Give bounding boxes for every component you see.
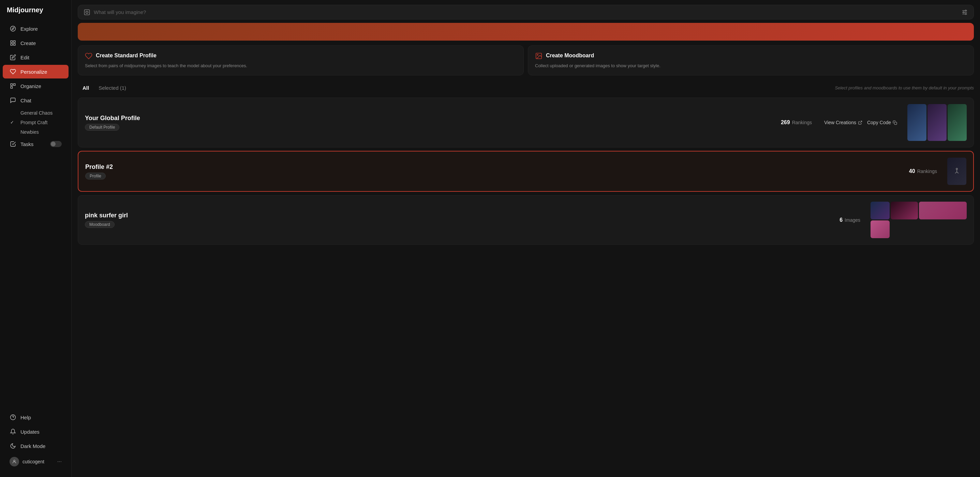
sidebar-item-chat[interactable]: Chat [3, 94, 68, 107]
svg-point-17 [965, 10, 966, 11]
global-profile-stat-label: Rankings [792, 120, 812, 125]
profile-2-card[interactable]: Profile #2 Profile 40 Rankings [78, 151, 974, 192]
global-profile-info: Your Global Profile Default Profile [85, 115, 775, 131]
sidebar-label-chat: Chat [21, 97, 31, 104]
create-icon [10, 40, 16, 46]
pink-surfer-girl-card[interactable]: pink surfer girl Moodboard 6 Images [78, 195, 974, 245]
svg-rect-12 [84, 10, 90, 15]
create-moodboard-desc: Collect uploaded or generated images to … [535, 62, 967, 69]
svg-rect-8 [11, 87, 12, 88]
top-banner [78, 23, 974, 41]
global-profile-img-1 [907, 104, 926, 141]
svg-point-9 [11, 415, 16, 420]
chat-icon [10, 97, 16, 104]
sidebar-item-edit[interactable]: Edit [3, 51, 68, 64]
content-area: Create Standard Profile Select from pair… [72, 23, 980, 477]
sidebar-label-dark-mode: Dark Mode [21, 443, 45, 449]
subnav-label-general-chaos: General Chaos [21, 110, 52, 116]
moodboard-img-1 [870, 202, 889, 219]
sidebar-item-organize[interactable]: Organize [3, 79, 68, 93]
sidebar-label-explore: Explore [21, 26, 38, 32]
create-moodboard-title: Create Moodboard [546, 53, 594, 59]
tab-all[interactable]: All [78, 83, 94, 93]
sidebar-item-newbies[interactable]: Newbies [18, 127, 71, 137]
global-profile-stats: 269 Rankings [781, 120, 812, 126]
view-creations-link[interactable]: View Creations [824, 120, 862, 125]
sidebar-bottom: Help Updates Dark Mode cuticogent [0, 410, 71, 473]
tab-hint: Select profiles and moodboards to use th… [835, 85, 974, 91]
subnav-label-prompt-craft: Prompt Craft [21, 120, 48, 125]
tab-selected[interactable]: Selected (1) [94, 83, 131, 93]
sidebar-label-personalize: Personalize [21, 69, 47, 75]
create-standard-profile-header: Create Standard Profile [85, 52, 517, 59]
svg-point-13 [86, 11, 88, 14]
sidebar-item-prompt-craft[interactable]: Prompt Craft [18, 118, 71, 127]
sidebar: Midjourney Explore Create Edit [0, 0, 72, 477]
create-moodboard-header: Create Moodboard [535, 52, 967, 59]
pink-surfer-girl-badge: Moodboard [85, 221, 115, 228]
svg-point-24 [956, 168, 958, 169]
moodboard-icon [535, 52, 542, 59]
moodboard-img-3 [919, 202, 967, 219]
sidebar-nav: Explore Create Edit Personalize [0, 21, 71, 473]
sidebar-label-create: Create [21, 40, 36, 46]
global-profile-badge: Default Profile [85, 124, 119, 131]
sidebar-item-updates[interactable]: Updates [3, 425, 68, 439]
moodboard-img-2 [891, 202, 918, 219]
svg-point-0 [11, 26, 16, 31]
svg-rect-3 [14, 41, 15, 42]
search-input[interactable] [94, 9, 958, 15]
pink-surfer-girl-stat-number: 6 [840, 217, 843, 223]
pink-surfer-girl-name: pink surfer girl [85, 212, 834, 219]
profile-2-stats: 40 Rankings [909, 168, 937, 174]
svg-rect-5 [14, 44, 15, 45]
svg-rect-6 [11, 84, 12, 85]
svg-rect-4 [11, 44, 12, 45]
personalize-icon [10, 68, 16, 75]
profile-2-stat-number: 40 [909, 168, 915, 174]
user-name: cuticogent [22, 459, 54, 464]
svg-point-19 [965, 14, 966, 15]
svg-rect-2 [11, 41, 12, 42]
sidebar-item-tasks[interactable]: Tasks [3, 137, 68, 151]
tasks-toggle[interactable] [50, 141, 62, 147]
sidebar-item-personalize[interactable]: Personalize [3, 65, 68, 78]
search-image-icon [84, 8, 91, 16]
moon-icon [10, 442, 16, 449]
create-moodboard-card[interactable]: Create Moodboard Collect uploaded or gen… [528, 45, 974, 75]
copy-code-label: Copy Code [867, 120, 891, 125]
standard-profile-icon [85, 52, 92, 59]
edit-icon [10, 54, 16, 61]
sidebar-label-updates: Updates [21, 429, 40, 435]
search-bar [78, 5, 974, 19]
global-profile-card[interactable]: Your Global Profile Default Profile 269 … [78, 97, 974, 147]
create-standard-profile-card[interactable]: Create Standard Profile Select from pair… [78, 45, 524, 75]
sidebar-label-tasks: Tasks [21, 141, 33, 147]
sidebar-item-dark-mode[interactable]: Dark Mode [3, 439, 68, 453]
sidebar-label-help: Help [21, 415, 31, 420]
sidebar-item-create[interactable]: Create [3, 36, 68, 50]
avatar [10, 457, 19, 466]
app-logo: Midjourney [0, 6, 71, 21]
moodboard-img-4 [870, 220, 889, 238]
user-menu-dots[interactable]: ··· [57, 459, 62, 465]
global-profile-img-2 [928, 104, 947, 141]
profile-2-stat-label: Rankings [917, 169, 937, 174]
svg-point-18 [963, 12, 964, 13]
user-profile-row[interactable]: cuticogent ··· [3, 453, 68, 470]
compass-icon [10, 25, 16, 32]
tabs-row: All Selected (1) Select profiles and moo… [78, 83, 974, 93]
global-profile-img-3 [948, 104, 967, 141]
create-standard-profile-title: Create Standard Profile [96, 53, 156, 59]
help-icon [10, 414, 16, 421]
view-creations-label: View Creations [824, 120, 856, 125]
global-profile-stat-number: 269 [781, 120, 790, 126]
profile-2-info: Profile #2 Profile [85, 163, 904, 179]
sidebar-item-help[interactable]: Help [3, 410, 68, 424]
sidebar-item-explore[interactable]: Explore [3, 22, 68, 35]
copy-code-link[interactable]: Copy Code [867, 120, 897, 125]
profile-2-name: Profile #2 [85, 163, 904, 171]
sidebar-item-general-chaos[interactable]: General Chaos [18, 108, 71, 118]
create-cards-section: Create Standard Profile Select from pair… [78, 45, 974, 75]
search-settings-icon[interactable] [961, 8, 968, 16]
